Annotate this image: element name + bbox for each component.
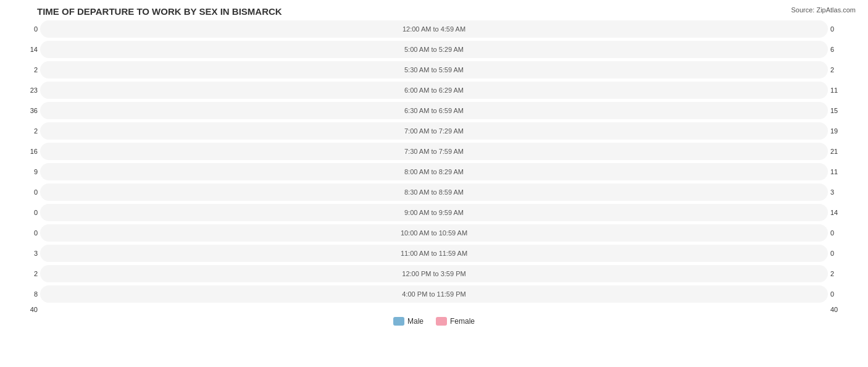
female-value: 6 — [828, 46, 856, 53]
bars-center: 5:00 AM to 5:29 AM — [40, 41, 828, 58]
chart-area: 012:00 AM to 4:59 AM0145:00 AM to 5:29 A… — [12, 19, 856, 303]
male-value: 2 — [12, 66, 40, 74]
male-label: Male — [407, 317, 424, 326]
bar-row: 25:30 AM to 5:59 AM2 — [12, 60, 856, 79]
bars-center: 4:00 PM to 11:59 PM — [40, 285, 828, 303]
bars-center: 8:00 AM to 8:29 AM — [40, 163, 828, 180]
male-value: 9 — [12, 168, 40, 175]
male-value: 8 — [12, 290, 40, 298]
bar-row: 010:00 AM to 10:59 AM0 — [12, 223, 856, 242]
female-value: 21 — [828, 148, 856, 155]
time-label: 7:30 AM to 7:59 AM — [404, 148, 464, 155]
legend: Male Female — [12, 317, 856, 326]
bar-row: 27:00 AM to 7:29 AM19 — [12, 121, 856, 140]
bar-row: 84:00 PM to 11:59 PM0 — [12, 284, 856, 303]
female-value: 0 — [828, 290, 856, 298]
bar-row: 145:00 AM to 5:29 AM6 — [12, 40, 856, 59]
bars-center: 12:00 PM to 3:59 PM — [40, 265, 828, 282]
chart-title: TIME OF DEPARTURE TO WORK BY SEX IN BISM… — [37, 6, 856, 17]
bars-center: 11:00 AM to 11:59 AM — [40, 245, 828, 262]
female-label: Female — [450, 317, 475, 326]
bar-row: 09:00 AM to 9:59 AM14 — [12, 203, 856, 222]
axis-right-label: 40 — [828, 306, 856, 313]
time-label: 5:30 AM to 5:59 AM — [404, 66, 464, 74]
male-value: 14 — [12, 46, 40, 53]
source-label: Source: ZipAtlas.com — [791, 6, 856, 14]
male-value: 0 — [12, 25, 40, 33]
male-value: 0 — [12, 209, 40, 216]
bars-center: 5:30 AM to 5:59 AM — [40, 61, 828, 78]
female-color-box — [436, 317, 447, 326]
time-label: 8:00 AM to 8:29 AM — [404, 168, 464, 175]
chart-container: TIME OF DEPARTURE TO WORK BY SEX IN BISM… — [0, 0, 868, 367]
male-value: 3 — [12, 250, 40, 257]
time-label: 12:00 AM to 4:59 AM — [403, 25, 465, 33]
female-value: 3 — [828, 188, 856, 196]
legend-male: Male — [393, 317, 424, 326]
time-label: 6:00 AM to 6:29 AM — [404, 86, 464, 94]
female-value: 2 — [828, 66, 856, 74]
female-value: 0 — [828, 25, 856, 33]
male-value: 2 — [12, 270, 40, 277]
time-label: 6:30 AM to 6:59 AM — [404, 107, 464, 114]
axis-row: 40 40 — [12, 306, 856, 313]
male-value: 0 — [12, 229, 40, 237]
time-label: 5:00 AM to 5:29 AM — [404, 46, 464, 53]
female-value: 11 — [828, 86, 856, 94]
bar-row: 08:30 AM to 8:59 AM3 — [12, 182, 856, 201]
bars-center: 6:30 AM to 6:59 AM — [40, 102, 828, 119]
female-value: 14 — [828, 209, 856, 216]
bars-center: 12:00 AM to 4:59 AM — [40, 20, 828, 38]
female-value: 0 — [828, 250, 856, 257]
bar-row: 311:00 AM to 11:59 AM0 — [12, 243, 856, 263]
male-value: 16 — [12, 148, 40, 155]
bars-center: 9:00 AM to 9:59 AM — [40, 204, 828, 221]
female-value: 15 — [828, 107, 856, 114]
legend-female: Female — [436, 317, 475, 326]
bar-row: 212:00 PM to 3:59 PM2 — [12, 264, 856, 283]
bar-row: 236:00 AM to 6:29 AM11 — [12, 80, 856, 99]
male-value: 23 — [12, 86, 40, 94]
time-label: 7:00 AM to 7:29 AM — [404, 127, 464, 135]
time-label: 10:00 AM to 10:59 AM — [401, 229, 467, 237]
bars-center: 7:00 AM to 7:29 AM — [40, 122, 828, 140]
time-label: 12:00 PM to 3:59 PM — [402, 270, 465, 277]
bars-center: 10:00 AM to 10:59 AM — [40, 224, 828, 242]
male-color-box — [393, 317, 404, 326]
male-value: 2 — [12, 127, 40, 135]
bar-row: 012:00 AM to 4:59 AM0 — [12, 19, 856, 38]
female-value: 2 — [828, 270, 856, 277]
axis-left-label: 40 — [12, 306, 40, 313]
time-label: 9:00 AM to 9:59 AM — [404, 209, 464, 216]
bars-center: 6:00 AM to 6:29 AM — [40, 82, 828, 99]
time-label: 8:30 AM to 8:59 AM — [404, 188, 464, 196]
time-label: 11:00 AM to 11:59 AM — [401, 250, 467, 257]
bars-center: 8:30 AM to 8:59 AM — [40, 184, 828, 201]
male-value: 36 — [12, 107, 40, 114]
female-value: 19 — [828, 127, 856, 135]
bar-row: 366:30 AM to 6:59 AM15 — [12, 101, 856, 120]
time-label: 4:00 PM to 11:59 PM — [402, 290, 465, 298]
male-value: 0 — [12, 188, 40, 196]
female-value: 0 — [828, 229, 856, 237]
female-value: 11 — [828, 168, 856, 175]
bar-row: 167:30 AM to 7:59 AM21 — [12, 141, 856, 161]
bar-row: 98:00 AM to 8:29 AM11 — [12, 162, 856, 181]
bars-center: 7:30 AM to 7:59 AM — [40, 143, 828, 160]
